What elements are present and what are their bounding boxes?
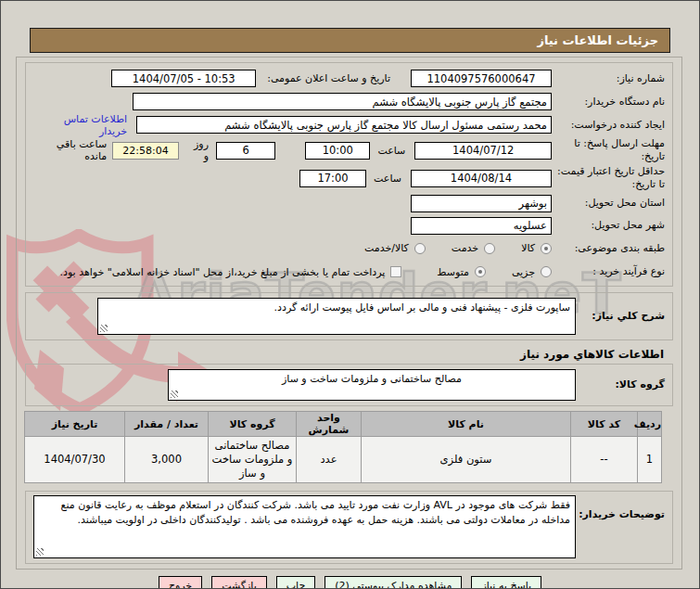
creator-field[interactable]: محمد رستمی مسئول ارسال کالا مجتمع گاز پا… <box>136 116 552 134</box>
announce-label: تاریخ و ساعت اعلان عمومی: <box>267 72 390 84</box>
city-field[interactable]: عسلویه <box>411 217 552 235</box>
treasury-checkbox-option[interactable]: پرداخت تمام یا بخشی از مبلغ خرید،از محل … <box>60 266 402 278</box>
goods-group-label: گروه کالا: <box>576 378 665 391</box>
province-field[interactable]: بوشهر <box>411 195 552 212</box>
deadline-date-field[interactable]: 1404/07/12 <box>414 142 552 160</box>
subject-class-label: طبقه بندی موضوعی: <box>552 242 665 255</box>
col-unit: واحد شمارش <box>297 412 362 437</box>
need-desc-groupbox: شرح کلي نیاز: ساپورت فلزی - پیشنهاد فنی … <box>25 292 673 340</box>
radio-medium-label: متوسط <box>437 266 469 278</box>
validity-time-label: ساعت <box>374 173 401 185</box>
validity-time-field[interactable]: 17:00 <box>299 170 366 187</box>
cell-name: ستون فلزی <box>362 437 571 483</box>
buyer-org-row: نام دستگاه خریدار: مجتمع گاز پارس جنوبی … <box>33 90 665 113</box>
cell-group: مصالح ساختمانی و ملزومات ساخت و ساز <box>209 437 297 483</box>
radio-goods[interactable]: کالا <box>521 242 552 254</box>
page-title: جزئیات اطلاعات نیاز <box>537 33 658 47</box>
deadline-time-field[interactable]: 10:00 <box>305 142 370 160</box>
page-title-bar: جزئیات اطلاعات نیاز <box>30 28 670 53</box>
back-button[interactable]: بازگشت <box>211 576 267 589</box>
price-validity-label: حداقل تاریخ اعتبار قیمت: تا تاریخ: <box>552 165 665 191</box>
buyer-notes-field[interactable]: فقط شرکت های موجود در AVL وزارت نفت مورد… <box>33 495 576 558</box>
treasury-note: پرداخت تمام یا بخشی از مبلغ خرید،از محل … <box>60 266 386 278</box>
col-qty: تعداد / مقدار <box>125 412 209 437</box>
buyer-notes-label: توضیحات خریدار: <box>576 508 665 521</box>
view-attachments-button[interactable]: مشاهده مدارک پیوستي (2) <box>325 576 462 589</box>
items-table: ردیف کد کالا نام کالا واحد شمارش گروه کا… <box>24 411 662 483</box>
city-row: شهر محل تحویل: عسلویه <box>33 214 665 237</box>
deadline-time-label: ساعت <box>377 145 405 157</box>
radio-goods-service[interactable]: کالا/خدمت <box>364 242 426 254</box>
col-code: کد کالا <box>571 412 638 437</box>
province-row: استان محل تحویل: بوشهر <box>33 192 665 214</box>
cell-row: 1 <box>638 437 662 483</box>
goods-section-title: اطلاعات کالاهاي مورد نياز <box>25 344 673 364</box>
radio-partial-label: جزیی <box>512 266 535 278</box>
province-label: استان محل تحویل: <box>552 197 665 210</box>
days-remaining-field[interactable]: 6 <box>216 142 275 160</box>
treasury-checkbox[interactable] <box>390 266 401 277</box>
buyer-notes-groupbox: توضیحات خریدار: فقط شرکت های موجود در AV… <box>25 491 673 564</box>
respond-button[interactable]: پاسخ به نیاز <box>471 576 541 589</box>
process-type-row: نوع فرآیند خرید : جزیی متوسط پرداخت تمام… <box>33 260 665 284</box>
radio-partial-icon[interactable] <box>541 266 552 277</box>
cell-date: 1404/07/30 <box>25 437 125 483</box>
creator-label: ایجاد کننده درخواست: <box>552 119 665 132</box>
need-number-field[interactable]: 1104097576000647 <box>411 70 552 87</box>
radio-service-label: خدمت <box>452 242 478 254</box>
process-type-label: نوع فرآیند خرید : <box>552 265 665 278</box>
radio-service-icon[interactable] <box>484 243 495 254</box>
cell-code: -- <box>571 437 638 483</box>
countdown-timer: 22:58:04 <box>112 142 179 160</box>
col-name: نام کالا <box>362 412 571 437</box>
subject-class-row: طبقه بندی موضوعی: کالا خدمت کالا/خدمت <box>33 237 665 260</box>
col-group: گروه کالا <box>209 412 297 437</box>
goods-group-field[interactable]: مصالح ساختمانی و ملزومات ساخت و ساز <box>168 369 576 401</box>
cell-qty: 3,000 <box>125 437 209 483</box>
action-buttons-row: پاسخ به نیاز مشاهده مدارک پیوستي (2) چاپ… <box>1 576 699 589</box>
goods-group-groupbox: گروه کالا: مصالح ساختمانی و ملزومات ساخت… <box>25 364 673 406</box>
response-deadline-label: مهلت ارسال پاسخ: تا تاریخ: <box>552 137 665 163</box>
announce-datetime-field[interactable]: 1404/07/05 - 10:53 <box>111 70 256 87</box>
response-deadline-row: مهلت ارسال پاسخ: تا تاریخ: 1404/07/12 سا… <box>33 136 665 164</box>
buyer-contact-link[interactable]: اطلاعات تماس خریدار <box>33 113 127 137</box>
exit-button[interactable]: خروج <box>159 576 202 589</box>
radio-medium[interactable]: متوسط <box>437 266 486 278</box>
need-desc-field[interactable]: ساپورت فلزی - پیشنهاد فنی و مالی بر اساس… <box>97 298 576 335</box>
countdown-label: ساعت باقي مانده <box>33 138 107 162</box>
creator-row: ایجاد کننده درخواست: محمد رستمی مسئول ار… <box>33 113 665 136</box>
radio-goods-service-label: کالا/خدمت <box>364 242 409 254</box>
radio-goods-icon[interactable] <box>541 243 552 254</box>
need-info-groupbox: شماره نیاز: 1104097576000647 تاریخ و ساع… <box>25 62 673 287</box>
days-label: روز و <box>186 138 209 162</box>
price-validity-row: حداقل تاریخ اعتبار قیمت: تا تاریخ: 1404/… <box>33 164 665 192</box>
table-row: 1 -- ستون فلزی عدد مصالح ساختمانی و ملزو… <box>25 437 662 483</box>
radio-goods-service-icon[interactable] <box>414 243 426 254</box>
items-table-header-row: ردیف کد کالا نام کالا واحد شمارش گروه کا… <box>25 412 662 437</box>
need-number-row: شماره نیاز: 1104097576000647 تاریخ و ساع… <box>33 67 665 90</box>
cell-unit: عدد <box>297 437 362 483</box>
radio-service[interactable]: خدمت <box>452 242 495 254</box>
city-label: شهر محل تحویل: <box>552 219 665 232</box>
buyer-org-field[interactable]: مجتمع گاز پارس جنوبی پالایشگاه ششم <box>133 93 552 110</box>
print-button[interactable]: چاپ <box>276 576 316 589</box>
need-desc-label: شرح کلي نیاز: <box>576 310 665 323</box>
need-number-label: شماره نیاز: <box>552 72 665 85</box>
radio-medium-icon[interactable] <box>475 266 486 277</box>
radio-goods-label: کالا <box>521 242 535 254</box>
col-row: ردیف <box>638 412 662 437</box>
col-date: تاریخ نیاز <box>25 412 125 437</box>
buyer-org-label: نام دستگاه خریدار: <box>552 96 665 109</box>
content-panel: شماره نیاز: 1104097576000647 تاریخ و ساع… <box>16 57 682 570</box>
validity-date-field[interactable]: 1404/08/14 <box>411 170 552 187</box>
radio-partial[interactable]: جزیی <box>512 266 552 278</box>
